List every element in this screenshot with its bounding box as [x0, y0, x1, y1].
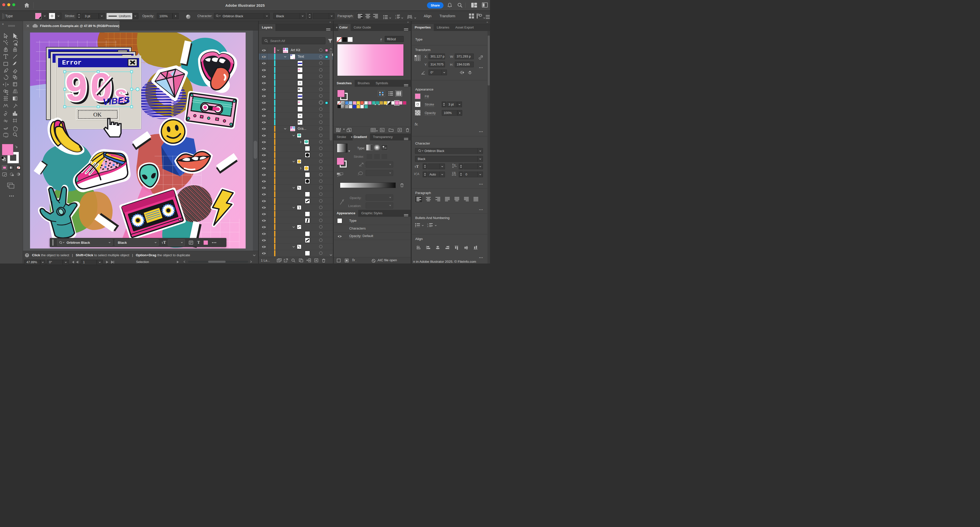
svg-text:1: 1 — [395, 14, 396, 17]
svg-text:A: A — [417, 172, 419, 176]
svg-text:«: « — [2, 22, 4, 26]
svg-text:OK: OK — [93, 111, 102, 118]
svg-text:2: 2 — [427, 225, 428, 227]
svg-text:A: A — [454, 164, 456, 166]
svg-text:1: 1 — [427, 223, 428, 225]
svg-text:A: A — [454, 171, 456, 174]
svg-text:2: 2 — [395, 17, 396, 19]
svg-text:V: V — [414, 172, 416, 176]
svg-text:V: V — [452, 171, 454, 174]
